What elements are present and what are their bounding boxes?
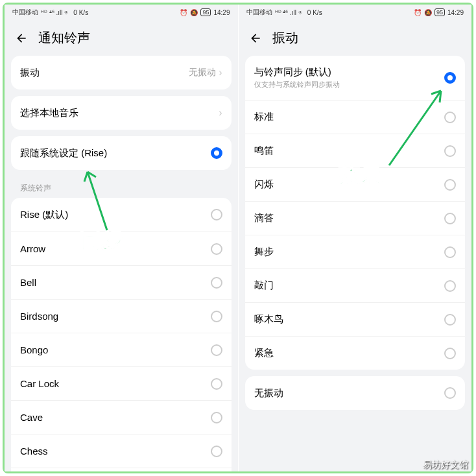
radio-icon[interactable] [444, 314, 456, 326]
radio-icon[interactable] [444, 213, 456, 224]
radio-icon[interactable] [444, 179, 456, 191]
ringtone-row[interactable]: Car Lock [11, 366, 232, 400]
vibration-pattern-row[interactable]: 闪烁 [245, 167, 466, 201]
row-label: Bell [20, 277, 36, 288]
ringtone-row[interactable]: Bell [11, 265, 232, 299]
row-label: 与铃声同步 (默认) [254, 66, 340, 78]
ringtone-row[interactable]: Birdsong [11, 299, 232, 333]
ringtone-row[interactable]: Crystal Drop [11, 468, 232, 471]
radio-icon[interactable] [444, 246, 456, 258]
row-label: 振动 [20, 67, 40, 79]
radio-icon[interactable] [444, 387, 456, 399]
row-label: Chess [20, 446, 48, 457]
row-label: 跟随系统设定 (Rise) [20, 147, 107, 160]
radio-icon[interactable] [211, 243, 222, 255]
time-label: 14:29 [447, 9, 464, 16]
page-title: 振动 [272, 29, 298, 47]
status-bar: 中国移动 ᴴᴰ ⁴⁶ .ıll ᯤ 0 K/s ⏰ 🔕 95 14:29 [5, 5, 238, 20]
battery-label: 95 [434, 8, 445, 16]
battery-label: 95 [200, 8, 211, 16]
radio-icon[interactable] [444, 348, 456, 359]
row-label: 无振动 [254, 387, 283, 399]
radio-icon[interactable] [211, 277, 222, 289]
chevron-right-icon: › [219, 107, 222, 119]
radio-icon[interactable] [211, 412, 222, 423]
status-bar: 中国移动 ᴴᴰ ⁴⁶ .ıll ᯤ 0 K/s ⏰ 🔕 95 14:29 [239, 5, 472, 20]
row-label: 滴答 [254, 212, 274, 224]
row-label: Bongo [20, 344, 48, 355]
row-label: Cave [20, 412, 43, 423]
row-label: Car Lock [20, 378, 59, 389]
back-icon[interactable] [15, 32, 28, 45]
watermark: 易坊好文馆 [423, 459, 468, 471]
sync-ringtone-row[interactable]: 与铃声同步 (默认) 仅支持与系统铃声同步振动 [245, 56, 466, 100]
page-title: 通知铃声 [38, 29, 90, 47]
vibration-pattern-row[interactable]: 紧急 [245, 336, 466, 370]
signal-icons: ᴴᴰ ⁴⁶ .ıll ᯤ [41, 9, 71, 16]
vibration-pattern-row[interactable]: 滴答 [245, 201, 466, 235]
mute-icon: 🔕 [190, 9, 198, 16]
net-speed: 0 K/s [73, 9, 88, 16]
radio-icon[interactable] [211, 311, 222, 322]
no-vibration-row[interactable]: 无振动 [245, 376, 466, 410]
radio-selected-icon[interactable] [444, 72, 456, 84]
radio-icon[interactable] [211, 378, 222, 390]
signal-icons: ᴴᴰ ⁴⁶ .ıll ᯤ [275, 9, 305, 16]
row-label: 标准 [254, 111, 274, 123]
row-label: 啄木鸟 [254, 313, 283, 326]
row-value: 无振动 [189, 67, 216, 78]
carrier-label: 中国移动 [246, 8, 272, 17]
row-label: Arrow [20, 243, 45, 254]
local-music-row[interactable]: 选择本地音乐 › [11, 96, 232, 130]
ringtone-row[interactable]: Cave [11, 400, 232, 434]
mute-icon: 🔕 [424, 9, 432, 16]
row-label: 闪烁 [254, 178, 274, 191]
vibration-row[interactable]: 振动 无振动› [11, 56, 232, 89]
phone-left: 中国移动 ᴴᴰ ⁴⁶ .ıll ᯤ 0 K/s ⏰ 🔕 95 14:29 通知铃… [5, 5, 238, 471]
header: 通知铃声 [5, 20, 238, 56]
section-label: 系统铃声 [11, 176, 232, 198]
alarm-icon: ⏰ [414, 9, 422, 16]
radio-icon[interactable] [211, 209, 222, 220]
row-label: 选择本地音乐 [20, 107, 78, 119]
radio-icon[interactable] [211, 344, 222, 356]
follow-system-row[interactable]: 跟随系统设定 (Rise) [11, 136, 232, 170]
ringtone-row[interactable]: Rise (默认) [11, 198, 232, 232]
carrier-label: 中国移动 [12, 8, 38, 17]
vibration-pattern-row[interactable]: 啄木鸟 [245, 302, 466, 336]
ringtone-row[interactable]: Chess [11, 434, 232, 468]
radio-icon[interactable] [444, 145, 456, 157]
ringtone-row[interactable]: Bongo [11, 333, 232, 366]
net-speed: 0 K/s [307, 9, 322, 16]
radio-selected-icon[interactable] [211, 147, 222, 159]
radio-icon[interactable] [211, 446, 222, 457]
row-sublabel: 仅支持与系统铃声同步振动 [254, 80, 340, 89]
ringtone-row[interactable]: Arrow [11, 232, 232, 265]
vibration-pattern-row[interactable]: 舞步 [245, 235, 466, 268]
vibration-pattern-row[interactable]: 标准 [245, 100, 466, 134]
phone-right: 中国移动 ᴴᴰ ⁴⁶ .ıll ᯤ 0 K/s ⏰ 🔕 95 14:29 振动 … [238, 5, 472, 471]
back-icon[interactable] [249, 32, 262, 45]
vibration-pattern-row[interactable]: 鸣笛 [245, 134, 466, 167]
chevron-right-icon: › [219, 67, 222, 78]
alarm-icon: ⏰ [180, 9, 187, 16]
header: 振动 [239, 20, 472, 56]
row-label: Birdsong [20, 311, 58, 322]
row-label: 鸣笛 [254, 145, 274, 157]
radio-icon[interactable] [444, 280, 456, 292]
time-label: 14:29 [213, 9, 230, 16]
radio-icon[interactable] [444, 112, 456, 123]
row-label: 紧急 [254, 347, 274, 359]
row-label: 舞步 [254, 246, 274, 258]
vibration-pattern-row[interactable]: 敲门 [245, 268, 466, 302]
row-label: Rise (默认) [20, 209, 68, 221]
row-label: 敲门 [254, 280, 274, 292]
